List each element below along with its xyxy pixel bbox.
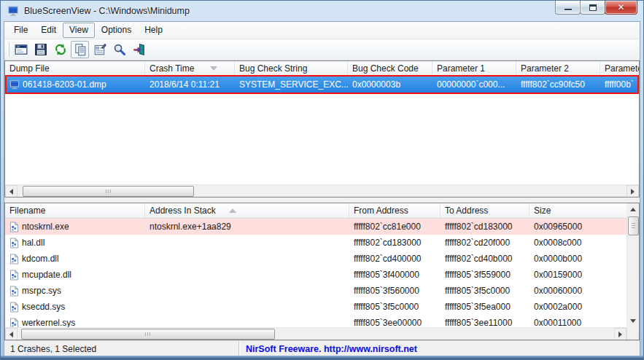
crash-list-header: Dump File Crash Time Bug Check String Bu… — [5, 61, 639, 77]
from-address-value: fffff805`3f5c0000 — [349, 299, 441, 315]
properties-icon — [93, 43, 106, 56]
scroll-up-button[interactable] — [626, 203, 639, 216]
column-header-to-address[interactable]: To Address — [441, 203, 529, 218]
blue-screen-monitor-icon[interactable] — [7, 5, 19, 17]
column-header-bug-check-string[interactable]: Bug Check String — [235, 61, 348, 76]
from-address-value: fffff802`cd183000 — [349, 235, 441, 251]
crash-list-panel: Dump File Crash Time Bug Check String Bu… — [4, 60, 640, 197]
menu-edit[interactable]: Edit — [34, 23, 63, 38]
column-header-parameter-2[interactable]: Parameter 2 — [516, 61, 600, 76]
to-address-value: fffff802`cd183000 — [441, 219, 529, 235]
refresh-button[interactable] — [51, 41, 69, 58]
driver-file-icon — [9, 318, 19, 328]
column-header-parameter-1[interactable]: Parameter 1 — [432, 61, 516, 76]
window-icon — [15, 43, 28, 56]
maximize-button[interactable] — [580, 1, 605, 15]
address-in-stack-value — [145, 315, 349, 327]
scroll-left-button[interactable] — [5, 328, 18, 340]
crash-row-selected[interactable]: 061418-6203-01.dmp 2018/6/14 0:11:21 SYS… — [5, 77, 639, 93]
column-header-dump-file[interactable]: Dump File — [5, 61, 145, 76]
size-value: 0x0002a000 — [529, 299, 626, 315]
driver-list-header: Filename Address In Stack From Address T… — [5, 203, 626, 219]
hscroll-thumb[interactable] — [23, 186, 194, 197]
hscroll-thumb[interactable] — [21, 329, 275, 340]
minimize-icon — [565, 9, 572, 11]
driver-row[interactable]: werkernel.sys fffff805`3ee00000 fffff805… — [5, 315, 626, 327]
minidump-file-icon — [9, 79, 20, 90]
menu-options[interactable]: Options — [95, 23, 138, 38]
column-header-size[interactable]: Size — [529, 203, 626, 218]
bluescreenview-window: BlueScreenView - C:\Windows\Minidump ✕ F… — [0, 0, 644, 360]
to-address-value: fffff805`3f559000 — [441, 267, 529, 283]
driver-row[interactable]: hal.dll fffff802`cd183000 fffff802`cd20f… — [5, 235, 626, 251]
to-address-value: fffff802`cd40b000 — [441, 251, 529, 267]
menu-bar: File Edit View Options Help — [4, 22, 640, 39]
driver-row[interactable]: ntoskrnl.exe ntoskrnl.exe+1aa829 fffff80… — [5, 219, 626, 235]
find-button[interactable] — [110, 41, 128, 58]
column-header-parameter-3[interactable]: Parameter 3 — [600, 61, 639, 76]
scroll-right-button[interactable] — [614, 328, 626, 340]
driver-list-body: ntoskrnl.exe ntoskrnl.exe+1aa829 fffff80… — [5, 219, 626, 327]
copy-button[interactable] — [71, 41, 89, 58]
scroll-right-button[interactable] — [626, 185, 639, 197]
address-in-stack-value: ntoskrnl.exe+1aa829 — [145, 219, 349, 235]
menu-view[interactable]: View — [63, 23, 95, 38]
from-address-value: fffff805`3f400000 — [349, 267, 441, 283]
parameter-2-value: fffff802`cc90fc50 — [516, 77, 600, 93]
properties-button[interactable] — [90, 41, 109, 58]
from-address-value: fffff805`3ee00000 — [349, 315, 441, 327]
driver-row[interactable]: kdcom.dll fffff802`cd400000 fffff802`cd4… — [5, 251, 626, 267]
to-address-value: fffff802`cd20f000 — [441, 235, 529, 251]
client-area: File Edit View Options Help — [4, 21, 640, 356]
scrollbar-corner — [626, 327, 639, 340]
size-value: 0x0008c000 — [529, 235, 626, 251]
title-bar[interactable]: BlueScreenView - C:\Windows\Minidump ✕ — [1, 1, 643, 21]
arrow-right-icon — [631, 189, 635, 195]
bug-check-string-value: SYSTEM_SERVICE_EXC... — [235, 77, 348, 93]
from-address-value: fffff802`cc81e000 — [349, 219, 441, 235]
status-crash-count: 1 Crashes, 1 Selected — [4, 341, 239, 357]
driver-list-hscrollbar[interactable] — [5, 327, 626, 340]
window-bottom-edge — [1, 356, 643, 359]
size-value: 0x00060000 — [529, 283, 626, 299]
column-header-crash-time[interactable]: Crash Time — [145, 61, 235, 76]
driver-filename: ntoskrnl.exe — [22, 222, 69, 232]
driver-list-vscrollbar[interactable] — [626, 203, 639, 327]
crash-list-body: 061418-6203-01.dmp 2018/6/14 0:11:21 SYS… — [5, 77, 639, 184]
menu-help[interactable]: Help — [138, 23, 169, 38]
crash-list-hscrollbar[interactable] — [5, 184, 639, 197]
driver-row[interactable]: msrpc.sys fffff805`3f560000 fffff805`3f5… — [5, 283, 626, 299]
advanced-options-button[interactable] — [12, 41, 30, 58]
scroll-left-button[interactable] — [5, 185, 18, 197]
driver-row[interactable]: mcupdate.dll fffff805`3f400000 fffff805`… — [5, 267, 626, 283]
scroll-down-button[interactable] — [626, 315, 639, 327]
arrow-right-icon — [618, 332, 622, 337]
from-address-value: fffff802`cd400000 — [349, 251, 441, 267]
exit-button[interactable] — [130, 41, 148, 58]
driver-row[interactable]: ksecdd.sys fffff805`3f5c0000 fffff805`3f… — [5, 299, 626, 315]
driver-file-icon — [9, 302, 19, 313]
save-button[interactable] — [31, 41, 50, 58]
size-value: 0x00011000 — [529, 315, 626, 327]
column-header-bug-check-code[interactable]: Bug Check Code — [348, 61, 432, 76]
driver-file-icon — [9, 238, 19, 249]
size-value: 0x00159000 — [529, 267, 626, 283]
sort-ascending-icon — [229, 208, 236, 213]
size-value: 0x0000b000 — [529, 251, 626, 267]
column-header-filename[interactable]: Filename — [5, 203, 145, 218]
minimize-button[interactable] — [555, 1, 581, 15]
menu-file[interactable]: File — [7, 23, 34, 38]
to-address-value: fffff805`3ee11000 — [441, 315, 529, 327]
driver-filename: mcupdate.dll — [22, 270, 71, 280]
status-bar: 1 Crashes, 1 Selected NirSoft Freeware. … — [4, 340, 640, 357]
driver-filename: ksecdd.sys — [22, 302, 65, 312]
sort-descending-icon — [210, 66, 217, 71]
column-header-from-address[interactable]: From Address — [349, 203, 441, 218]
driver-filename: werkernel.sys — [22, 318, 75, 327]
driver-file-icon — [9, 286, 19, 297]
vscroll-thumb[interactable] — [628, 216, 639, 235]
nirsoft-website-link[interactable]: NirSoft Freeware. http://www.nirsoft.net — [246, 344, 417, 354]
driver-file-icon — [9, 254, 19, 265]
close-button[interactable]: ✕ — [605, 1, 637, 15]
column-header-address-in-stack[interactable]: Address In Stack — [145, 203, 349, 218]
